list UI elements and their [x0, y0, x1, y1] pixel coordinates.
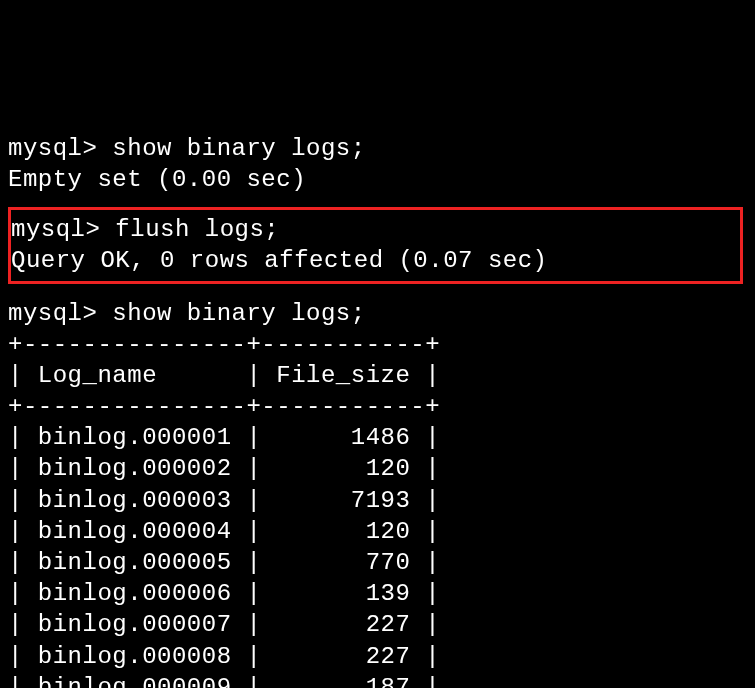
terminal-output: mysql> show binary logs; Empty set (0.00… — [8, 133, 747, 688]
highlighted-command-block: mysql> flush logs; Query OK, 0 rows affe… — [8, 207, 743, 283]
table-row: | binlog.000005 | 770 | — [8, 549, 440, 576]
table-row: | binlog.000003 | 7193 | — [8, 487, 440, 514]
table-border: +---------------+-----------+ — [8, 393, 440, 420]
table-row: | binlog.000002 | 120 | — [8, 455, 440, 482]
mysql-prompt: mysql> — [8, 300, 97, 327]
table-row: | binlog.000008 | 227 | — [8, 643, 440, 670]
command-text: show binary logs; — [112, 135, 365, 162]
table-header-row: | Log_name | File_size | — [8, 362, 440, 389]
result-text: Query OK, 0 rows affected (0.07 sec) — [11, 247, 547, 274]
table-row: | binlog.000004 | 120 | — [8, 518, 440, 545]
mysql-prompt: mysql> — [11, 216, 100, 243]
command-text: flush logs; — [115, 216, 279, 243]
table-row: | binlog.000006 | 139 | — [8, 580, 440, 607]
result-text: Empty set (0.00 sec) — [8, 166, 306, 193]
table-row: | binlog.000001 | 1486 | — [8, 424, 440, 451]
table-row: | binlog.000009 | 187 | — [8, 674, 440, 688]
table-row: | binlog.000007 | 227 | — [8, 611, 440, 638]
table-border: +---------------+-----------+ — [8, 331, 440, 358]
mysql-prompt: mysql> — [8, 135, 97, 162]
command-text: show binary logs; — [112, 300, 365, 327]
